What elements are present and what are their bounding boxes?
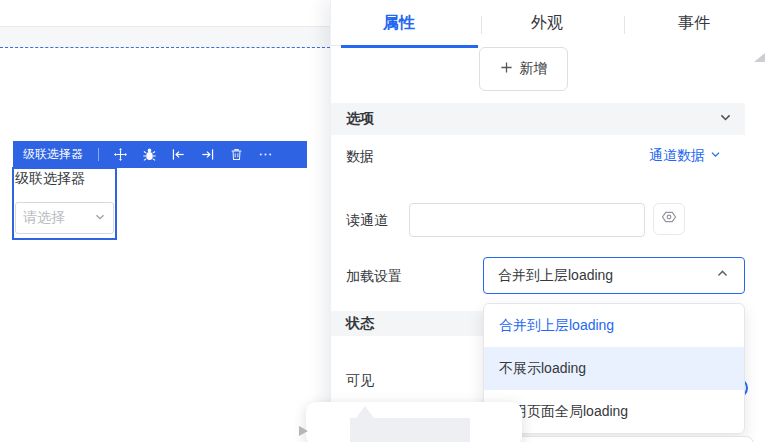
add-option-button[interactable]: 新增 [479, 47, 568, 91]
section-options-title: 选项 [346, 110, 374, 128]
loading-setting-value: 合并到上层loading [498, 267, 613, 285]
component-toolbar-title: 级联选择器 [23, 146, 83, 163]
read-channel-input[interactable] [409, 203, 645, 237]
chevron-up-icon [715, 266, 730, 285]
toolbar-separator [98, 148, 99, 161]
popover-content [350, 418, 470, 442]
dropdown-option-no-loading[interactable]: 不展示loading [484, 347, 744, 390]
tab-properties[interactable]: 属性 [383, 13, 415, 34]
data-source-select[interactable]: 通道数据 [649, 147, 722, 165]
component-select-placeholder: 请选择 [23, 209, 65, 227]
component-toolbar: 级联选择器 [13, 141, 307, 168]
component-select[interactable]: 请选择 [15, 202, 114, 234]
data-source-value: 通道数据 [649, 147, 705, 165]
bottom-popover [306, 402, 522, 442]
read-channel-label: 读通道 [346, 212, 388, 230]
dropdown-option-merge-parent-loading[interactable]: 合并到上层loading [484, 304, 744, 347]
chevron-down-icon [709, 148, 722, 164]
chevron-down-icon[interactable] [718, 110, 733, 129]
cascade-selector-component[interactable]: 级联选择器 请选择 [12, 167, 117, 240]
tab-separator [481, 16, 482, 34]
canvas-header-band [0, 27, 330, 48]
chevron-down-icon [94, 209, 106, 227]
properties-panel: 属性 外观 事件 新增 选项 数据 通道数据 [330, 0, 767, 442]
panel-resize-grip[interactable] [754, 53, 765, 62]
plus-icon [500, 61, 513, 77]
tab-separator [624, 16, 625, 34]
more-icon[interactable] [257, 147, 273, 163]
align-right-icon[interactable] [199, 147, 215, 163]
panel-collapse-arrow-icon[interactable] [299, 426, 308, 436]
loading-setting-dropdown: 合并到上层loading 不展示loading 使用页面全局loading [483, 303, 745, 434]
loading-setting-label: 加载设置 [346, 268, 402, 286]
add-option-label: 新增 [520, 60, 548, 78]
move-icon[interactable] [112, 147, 128, 163]
data-row-label: 数据 [346, 148, 374, 166]
popover-arrow [356, 406, 374, 418]
section-status-title: 状态 [346, 315, 374, 333]
bug-icon[interactable] [141, 147, 157, 163]
drop-indicator-line [0, 47, 330, 48]
app-root: 级联选择器 [0, 0, 767, 442]
align-left-icon[interactable] [170, 147, 186, 163]
section-header-options[interactable]: 选项 [331, 103, 745, 135]
visible-row-label: 可见 [346, 372, 374, 390]
dropdown-option-global-loading[interactable]: 使用页面全局loading [484, 390, 744, 433]
active-tab-underline [341, 45, 478, 48]
tab-events[interactable]: 事件 [678, 13, 710, 34]
tab-appearance[interactable]: 外观 [531, 13, 563, 34]
bind-variable-button[interactable] [653, 203, 685, 235]
trash-icon[interactable] [228, 147, 244, 163]
hexagon-setting-icon [661, 209, 677, 229]
editor-canvas[interactable]: 级联选择器 [0, 0, 330, 442]
loading-setting-select[interactable]: 合并到上层loading [483, 257, 745, 294]
component-field-label: 级联选择器 [15, 170, 85, 188]
